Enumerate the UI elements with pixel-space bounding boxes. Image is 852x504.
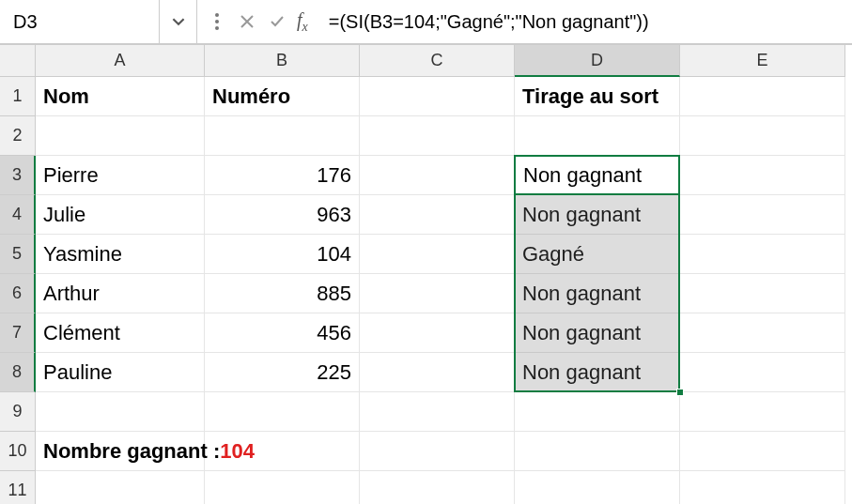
cancel-icon[interactable] <box>235 9 259 34</box>
table-row: 11 <box>0 471 852 504</box>
cell-C6[interactable] <box>360 274 515 313</box>
cell-B2[interactable] <box>205 116 360 156</box>
row-header-10[interactable]: 10 <box>0 432 36 471</box>
row-header-8[interactable]: 8 <box>0 353 36 392</box>
row-header-6[interactable]: 6 <box>0 274 36 313</box>
cell-C9[interactable] <box>360 392 515 432</box>
cell-E9[interactable] <box>680 392 845 432</box>
col-header-A[interactable]: A <box>36 45 205 77</box>
grid-rows: 1 Nom Numéro Tirage au sort 2 3 Pierre 1… <box>0 77 852 504</box>
cell-E2[interactable] <box>680 116 845 156</box>
cell-D7[interactable]: Non gagnant <box>515 313 680 353</box>
select-all-corner[interactable] <box>0 45 36 77</box>
cell-A10[interactable]: Nombre gagnant : 104 <box>36 432 205 471</box>
cell-A3[interactable]: Pierre <box>36 156 205 195</box>
chevron-down-icon <box>172 15 185 28</box>
row-header-7[interactable]: 7 <box>0 313 36 353</box>
table-row: 5 Yasmine 104 Gagné <box>0 235 852 274</box>
row-header-3[interactable]: 3 <box>0 156 36 195</box>
cell-E1[interactable] <box>680 77 845 116</box>
cell-B11[interactable] <box>205 471 360 504</box>
confirm-icon[interactable] <box>265 9 289 34</box>
cell-A6[interactable]: Arthur <box>36 274 205 313</box>
cell-E6[interactable] <box>680 274 845 313</box>
col-header-B[interactable]: B <box>205 45 360 77</box>
row-header-4[interactable]: 4 <box>0 195 36 235</box>
table-row: 7 Clément 456 Non gagnant <box>0 313 852 353</box>
table-row: 10 Nombre gagnant : 104 <box>0 432 852 471</box>
table-row: 9 <box>0 392 852 432</box>
svg-point-0 <box>215 13 219 17</box>
col-header-C[interactable]: C <box>360 45 515 77</box>
formula-input[interactable]: =(SI(B3=104;"Gagné";"Non gagnant")) <box>321 11 852 33</box>
table-row: 2 <box>0 116 852 156</box>
row-header-2[interactable]: 2 <box>0 116 36 156</box>
cell-B8[interactable]: 225 <box>205 353 360 392</box>
cell-E7[interactable] <box>680 313 845 353</box>
cell-C10[interactable] <box>360 432 515 471</box>
cell-B4[interactable]: 963 <box>205 195 360 235</box>
cell-D1[interactable]: Tirage au sort <box>515 77 680 116</box>
winning-value: 104 <box>220 439 255 464</box>
cell-D4[interactable]: Non gagnant <box>515 195 680 235</box>
row-header-9[interactable]: 9 <box>0 392 36 432</box>
cell-D2[interactable] <box>515 116 680 156</box>
cell-C4[interactable] <box>360 195 515 235</box>
table-row: 3 Pierre 176 Non gagnant <box>0 156 852 195</box>
cell-B9[interactable] <box>205 392 360 432</box>
cell-C11[interactable] <box>360 471 515 504</box>
cell-E5[interactable] <box>680 235 845 274</box>
cell-C5[interactable] <box>360 235 515 274</box>
cell-C7[interactable] <box>360 313 515 353</box>
formula-bar: D3 fx =(SI(B3=104;"Gagné";"Non gagnant")… <box>0 0 852 45</box>
cell-D9[interactable] <box>515 392 680 432</box>
cell-B3[interactable]: 176 <box>205 156 360 195</box>
cell-A4[interactable]: Julie <box>36 195 205 235</box>
table-row: 6 Arthur 885 Non gagnant <box>0 274 852 313</box>
cell-C2[interactable] <box>360 116 515 156</box>
cell-E4[interactable] <box>680 195 845 235</box>
cell-C8[interactable] <box>360 353 515 392</box>
col-header-D[interactable]: D <box>515 45 680 77</box>
table-row: 4 Julie 963 Non gagnant <box>0 195 852 235</box>
winning-label: Nombre gagnant : <box>43 439 220 464</box>
cell-B6[interactable]: 885 <box>205 274 360 313</box>
cell-D10[interactable] <box>515 432 680 471</box>
cell-A7[interactable]: Clément <box>36 313 205 353</box>
cell-D11[interactable] <box>515 471 680 504</box>
more-icon[interactable] <box>205 9 229 34</box>
formula-bar-buttons: fx <box>197 0 321 43</box>
row-header-5[interactable]: 5 <box>0 235 36 274</box>
cell-C1[interactable] <box>360 77 515 116</box>
svg-point-2 <box>215 26 219 30</box>
cell-E10[interactable] <box>680 432 845 471</box>
cell-B1[interactable]: Numéro <box>205 77 360 116</box>
fx-icon[interactable]: fx <box>297 9 308 35</box>
cell-D5[interactable]: Gagné <box>515 235 680 274</box>
cell-B7[interactable]: 456 <box>205 313 360 353</box>
table-row: 1 Nom Numéro Tirage au sort <box>0 77 852 116</box>
cell-A11[interactable] <box>36 471 205 504</box>
name-box[interactable]: D3 <box>0 0 160 43</box>
col-header-E[interactable]: E <box>680 45 845 77</box>
cell-A9[interactable] <box>36 392 205 432</box>
cell-A5[interactable]: Yasmine <box>36 235 205 274</box>
cell-A8[interactable]: Pauline <box>36 353 205 392</box>
table-row: 8 Pauline 225 Non gagnant <box>0 353 852 392</box>
cell-E3[interactable] <box>680 156 845 195</box>
cell-E11[interactable] <box>680 471 845 504</box>
svg-point-1 <box>215 20 219 23</box>
cell-A2[interactable] <box>36 116 205 156</box>
cell-A1[interactable]: Nom <box>36 77 205 116</box>
row-header-11[interactable]: 11 <box>0 471 36 504</box>
cell-B5[interactable]: 104 <box>205 235 360 274</box>
column-headers-row: A B C D E <box>0 45 852 77</box>
cell-D8[interactable]: Non gagnant <box>515 353 680 392</box>
row-header-1[interactable]: 1 <box>0 77 36 116</box>
name-box-dropdown[interactable] <box>160 0 197 43</box>
cell-E8[interactable] <box>680 353 845 392</box>
cell-D6[interactable]: Non gagnant <box>515 274 680 313</box>
cell-C3[interactable] <box>360 156 515 195</box>
spreadsheet-grid: A B C D E 1 Nom Numéro Tirage au sort 2 … <box>0 45 852 504</box>
cell-D3[interactable]: Non gagnant <box>515 156 680 195</box>
